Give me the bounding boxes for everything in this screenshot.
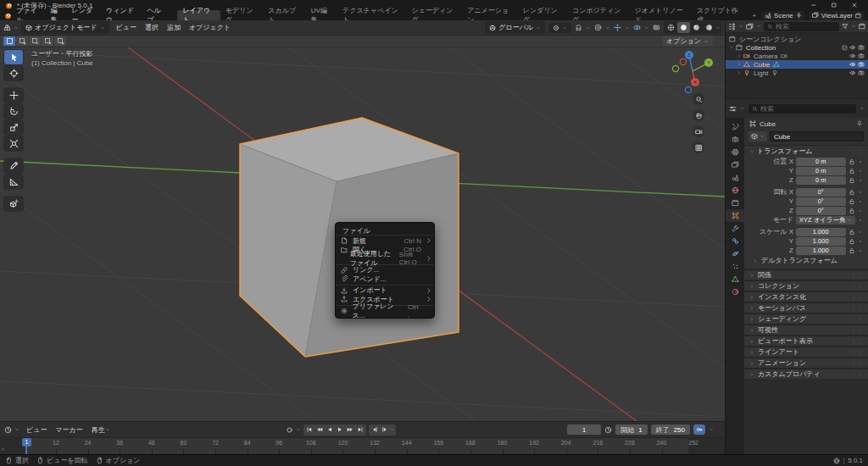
lock-button[interactable]	[849, 208, 856, 214]
workspace-tab[interactable]: ジオメトリノード	[630, 10, 692, 20]
zoom-button[interactable]	[693, 93, 704, 105]
select-mode-extend[interactable]	[16, 36, 28, 46]
animate-dot[interactable]	[858, 159, 863, 164]
workspace-tab[interactable]: レイアウト	[177, 10, 220, 20]
keying-popover-button[interactable]	[693, 424, 705, 435]
viewport-menu-select[interactable]: 選択	[141, 23, 163, 32]
display-mode-icon[interactable]	[746, 23, 754, 31]
workspace-tab[interactable]: レンダリング	[518, 10, 567, 20]
chevron-down-icon[interactable]	[709, 427, 714, 432]
add-workspace-button[interactable]: +	[747, 10, 761, 20]
properties-search[interactable]	[748, 104, 856, 114]
value-field[interactable]: 0°	[796, 188, 846, 197]
file-menu-item[interactable]: 新規Ctrl N	[336, 236, 434, 246]
shading-material-button[interactable]	[690, 22, 703, 33]
filter-icon[interactable]	[842, 23, 849, 30]
lock-button[interactable]	[849, 198, 856, 205]
properties-tab-render[interactable]	[726, 133, 744, 146]
value-field[interactable]: 0°	[796, 207, 846, 215]
panel-section[interactable]: 関係⋮⋮	[744, 269, 868, 280]
properties-tab-collection[interactable]	[726, 197, 744, 209]
tool-scale[interactable]	[4, 120, 23, 135]
proportional-editing-icon[interactable]	[594, 24, 602, 31]
properties-tab-modifiers[interactable]	[726, 222, 744, 235]
pin-icon[interactable]	[796, 13, 802, 19]
delta-transform-row[interactable]: デルタトランスフォーム	[744, 255, 868, 266]
pivot-point-dropdown[interactable]	[548, 23, 571, 33]
lock-button[interactable]	[849, 229, 856, 236]
editor-type-icon[interactable]	[4, 426, 12, 434]
panel-section[interactable]: コレクション⋮⋮	[744, 280, 868, 291]
chevron-down-icon[interactable]	[644, 25, 649, 31]
value-field[interactable]: 1.000	[796, 247, 846, 255]
timeline-menu-0[interactable]: ビュー	[22, 425, 51, 435]
workspace-tab[interactable]: シェーディング	[407, 10, 463, 20]
new-collection-icon[interactable]	[859, 23, 865, 30]
minimize-icon[interactable]	[810, 2, 817, 8]
animate-dot[interactable]	[858, 178, 863, 183]
search-input[interactable]	[776, 23, 836, 31]
tool-rotate[interactable]	[4, 104, 23, 119]
viewport-menu-object[interactable]: オブジェクト	[185, 23, 235, 32]
workspace-tab[interactable]: スクリプト作成	[692, 10, 748, 20]
file-menu-item[interactable]: アペンド...	[336, 275, 434, 284]
workspace-tab[interactable]: テクスチャペイント	[337, 10, 406, 20]
animate-dot[interactable]	[858, 230, 863, 235]
workspace-tab[interactable]: コンポジティング	[567, 10, 630, 20]
lock-button[interactable]	[849, 189, 856, 196]
lock-button[interactable]	[849, 168, 856, 175]
lock-button[interactable]	[849, 158, 856, 165]
editor-type-icon[interactable]	[729, 105, 737, 113]
jump-start-button[interactable]	[304, 424, 314, 435]
viewport-menu-view[interactable]: ビュー	[112, 23, 141, 32]
panel-section[interactable]: ラインアート⋮⋮	[744, 346, 868, 357]
animate-dot[interactable]	[858, 199, 863, 204]
expand-arrow-icon[interactable]: ›	[2, 446, 4, 453]
value-field[interactable]: 1.000	[796, 237, 846, 246]
tool-select-box[interactable]	[4, 50, 23, 64]
maximize-icon[interactable]	[831, 2, 837, 8]
tool-add-cube[interactable]	[4, 197, 23, 211]
select-mode-invert[interactable]	[42, 36, 53, 46]
prev-keyframe-button[interactable]	[314, 424, 325, 435]
properties-tab-output[interactable]	[726, 146, 744, 158]
properties-tab-particles[interactable]	[726, 260, 744, 273]
shading-wireframe-button[interactable]	[665, 22, 677, 33]
transform-orientation-dropdown[interactable]: グローバル	[485, 21, 545, 34]
workspace-tab[interactable]: スカルプト	[263, 10, 305, 20]
properties-tab-material[interactable]	[726, 286, 744, 298]
blender-menu-icon[interactable]	[4, 12, 12, 19]
value-field[interactable]: 0 m	[796, 176, 846, 185]
file-menu-item[interactable]: プリファレンス...Ctrl ,	[336, 307, 434, 316]
end-frame-field[interactable]: 終了 250	[651, 424, 690, 435]
auto-key-record-icon[interactable]	[286, 426, 293, 434]
chevron-down-icon[interactable]	[296, 427, 301, 432]
animate-dot[interactable]	[858, 190, 863, 195]
lock-button[interactable]	[849, 247, 856, 254]
search-input[interactable]	[760, 105, 853, 113]
properties-tab-constraints[interactable]	[726, 235, 744, 247]
tool-annotate[interactable]	[4, 158, 23, 173]
panel-section[interactable]: モーションパス⋮⋮	[744, 302, 868, 313]
editor-type-icon[interactable]	[3, 24, 11, 31]
network-globe-icon[interactable]	[833, 458, 840, 464]
chevron-down-icon[interactable]	[586, 25, 591, 31]
chevron-down-icon[interactable]	[390, 427, 395, 432]
select-mode-set[interactable]	[3, 36, 15, 46]
lock-button[interactable]	[849, 238, 856, 245]
tool-transform[interactable]	[4, 136, 23, 151]
properties-tab-tool[interactable]	[726, 120, 744, 133]
play-button[interactable]	[335, 424, 345, 435]
panel-section[interactable]: インスタンス化⋮⋮	[744, 291, 868, 302]
select-mode-subtract[interactable]	[29, 36, 41, 46]
pin-icon[interactable]	[856, 120, 863, 127]
play-reverse-button[interactable]	[325, 424, 335, 435]
xray-toggle-icon[interactable]	[653, 24, 660, 31]
camera-view-button[interactable]	[693, 125, 704, 137]
next-keyframe-button[interactable]	[345, 424, 355, 435]
properties-tab-physics[interactable]	[726, 247, 744, 260]
chevron-down-icon[interactable]	[860, 106, 865, 111]
tool-measure[interactable]	[4, 175, 23, 189]
properties-tab-object[interactable]	[726, 209, 744, 222]
transform-panel-header[interactable]: トランスフォーム ⋮⋮	[744, 146, 868, 157]
